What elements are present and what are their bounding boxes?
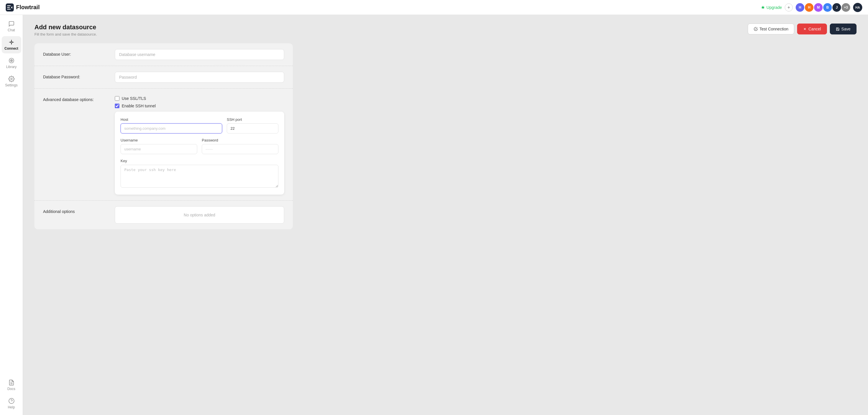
database-user-section: Database User: [34,43,293,66]
no-options-box: No options added [115,206,284,224]
ssh-username-input[interactable] [121,144,197,154]
ssh-key-input[interactable] [121,165,278,188]
ssh-host-field: Host [121,117,222,133]
logo[interactable]: Flowtrail [6,3,40,11]
ssh-port-input[interactable] [227,123,278,133]
checkbox-group: Use SSL/TLS Enable SSH tunnel [115,94,284,108]
ssh-tunnel-label: Enable SSH tunnel [122,104,156,108]
database-password-field [115,72,284,83]
app-header: Flowtrail Upgrade + H H M B J +3 HA [0,0,868,15]
main-content: Add new datasource Fill the form and sav… [23,15,868,415]
sidebar-label-docs: Docs [7,387,15,391]
ssh-tunnel-checkbox[interactable] [115,104,119,108]
form-container: Database User: Database Password: Advanc… [34,43,293,229]
sidebar-item-help[interactable]: Help [2,395,21,412]
database-password-label: Database Password: [43,72,106,79]
sidebar-item-docs[interactable]: Docs [2,377,21,394]
ssh-username-label: Username [121,138,197,142]
sidebar-label-library: Library [6,65,17,69]
ssh-host-row: Host SSH port [121,117,278,133]
ssh-host-input[interactable] [121,123,222,133]
svg-point-8 [9,398,14,404]
upgrade-icon [761,5,765,9]
sidebar-item-library[interactable]: Library [2,55,21,72]
library-icon [8,57,14,64]
page-subtitle: Fill the form and save the datasource. [34,32,97,36]
database-user-input[interactable] [115,49,284,60]
database-password-row: Database Password: [43,72,284,83]
ssh-port-field: SSH port [227,117,278,133]
avatar-group: H H M B J +3 [796,3,850,12]
avatar-j[interactable]: J [832,3,841,12]
sidebar-label-chat: Chat [8,28,15,32]
add-button[interactable]: + [785,3,793,11]
sidebar-item-connect[interactable]: Connect [2,36,21,53]
database-password-input[interactable] [115,72,284,83]
user-avatar[interactable]: HA [853,3,862,12]
chat-icon [8,21,14,27]
page-title-block: Add new datasource Fill the form and sav… [34,24,97,36]
svg-point-5 [11,78,12,80]
avatar-h2[interactable]: H [805,3,813,12]
upgrade-button[interactable]: Upgrade [761,5,782,10]
advanced-options-section: Advanced database options: Use SSL/TLS E… [34,89,293,201]
ssh-tunnel-block: Host SSH port Username [115,111,284,195]
logo-text: Flowtrail [16,4,40,11]
sidebar-label-settings: Settings [5,83,18,87]
additional-options-section: Additional options No options added [34,201,293,229]
x-icon [803,27,807,31]
ssh-credentials-row: Username Password [121,138,278,154]
header-right: Upgrade + H H M B J +3 HA [761,3,862,12]
advanced-options-field: Use SSL/TLS Enable SSH tunnel Host [115,94,284,195]
avatar-more[interactable]: +3 [842,3,850,12]
svg-point-1 [11,41,12,43]
ssh-host-label: Host [121,117,222,122]
settings-icon [8,76,14,82]
action-buttons: Test Connection Cancel Save [748,24,857,34]
database-user-label: Database User: [43,49,106,57]
sidebar: Chat Connect Library Settings [0,15,23,415]
database-user-field [115,49,284,60]
logo-icon [6,3,14,11]
no-options-text: No options added [184,213,215,217]
ssh-password-field: Password [202,138,278,154]
database-user-row: Database User: [43,49,284,60]
advanced-options-label: Advanced database options: [43,94,106,102]
docs-icon [8,379,14,386]
avatar-m[interactable]: M [814,3,823,12]
save-button[interactable]: Save [830,24,857,34]
ssh-tunnel-checkbox-label[interactable]: Enable SSH tunnel [115,104,284,108]
connect-icon [8,39,14,45]
sidebar-label-connect: Connect [5,46,19,51]
avatar-h1[interactable]: H [796,3,804,12]
ssh-key-label: Key [121,159,278,163]
database-password-section: Database Password: [34,66,293,89]
sidebar-item-settings[interactable]: Settings [2,73,21,90]
ssh-username-field: Username [121,138,197,154]
additional-options-row: Additional options No options added [43,206,284,224]
ssh-key-row: Key [121,159,278,189]
help-icon [8,398,14,404]
ssl-tls-checkbox[interactable] [115,96,119,101]
sidebar-label-help: Help [8,405,15,409]
svg-point-4 [11,60,12,61]
ssh-port-label: SSH port [227,117,278,122]
sidebar-item-chat[interactable]: Chat [2,18,21,35]
avatar-b[interactable]: B [823,3,832,12]
advanced-options-row: Advanced database options: Use SSL/TLS E… [43,94,284,195]
page-header: Add new datasource Fill the form and sav… [34,24,857,36]
test-connection-button[interactable]: Test Connection [748,24,794,34]
page-title: Add new datasource [34,24,97,31]
ssl-tls-label: Use SSL/TLS [122,96,146,101]
ssh-password-label: Password [202,138,278,142]
save-icon [836,27,840,31]
cancel-button[interactable]: Cancel [797,24,827,34]
ssh-password-input[interactable] [202,144,278,154]
ssl-tls-checkbox-label[interactable]: Use SSL/TLS [115,96,284,101]
additional-options-label: Additional options [43,206,106,214]
additional-options-field: No options added [115,206,284,224]
sidebar-bottom: Docs Help [2,377,21,412]
check-circle-icon [754,27,758,31]
